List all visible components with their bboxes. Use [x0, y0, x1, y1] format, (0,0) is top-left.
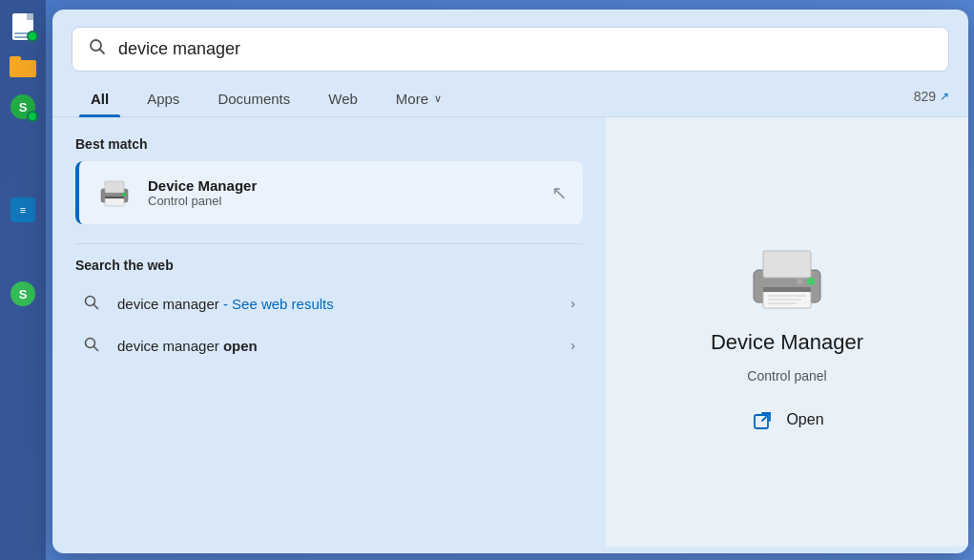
web-search-item-0[interactable]: device manager - See web results › — [75, 282, 583, 324]
cursor-hint: ↖ — [551, 181, 568, 204]
chevron-right-icon-0: › — [570, 296, 575, 311]
divider — [75, 243, 583, 244]
chevron-down-icon: ∨ — [434, 93, 442, 105]
taskbar-icon-folder[interactable] — [6, 50, 40, 84]
taskbar-icon-green2[interactable]: ≡ — [6, 193, 40, 227]
svg-point-16 — [797, 279, 802, 284]
detail-open-button[interactable]: Open — [750, 406, 823, 433]
device-manager-icon — [94, 173, 135, 213]
tab-documents[interactable]: Documents — [198, 85, 309, 116]
detail-subtitle: Control panel — [747, 368, 826, 384]
search-icon — [88, 37, 107, 61]
detail-icon-area — [735, 231, 839, 317]
web-item-text-1: device manager open — [117, 338, 555, 354]
web-search-item-1[interactable]: device manager open › — [75, 324, 583, 366]
taskbar-icon-doc[interactable] — [6, 10, 40, 44]
green1-badge — [27, 111, 38, 122]
best-match-item-subtitle: Control panel — [148, 194, 538, 208]
taskbar-left: S ≡ S — [0, 0, 46, 560]
svg-rect-3 — [105, 181, 124, 193]
svg-rect-14 — [763, 287, 811, 292]
main-content: Best match — [52, 117, 968, 547]
web-search-title: Search the web — [75, 258, 583, 273]
svg-line-1 — [100, 50, 105, 54]
search-bar-area — [52, 10, 968, 72]
tab-web[interactable]: Web — [309, 85, 377, 116]
search-input-wrapper — [72, 27, 949, 72]
tab-apps[interactable]: Apps — [128, 85, 198, 116]
taskbar-icon-green1[interactable]: S — [6, 90, 40, 124]
detail-panel: Device Manager Control panel Open — [606, 117, 968, 547]
best-match-info: Device Manager Control panel — [148, 177, 538, 208]
external-link-icon: ↗ — [940, 90, 949, 103]
web-item-text-0: device manager - See web results — [117, 296, 555, 312]
detail-title: Device Manager — [711, 330, 863, 355]
web-search-icon-0 — [83, 294, 102, 313]
taskbar-icon-app[interactable]: S — [6, 277, 40, 311]
search-input[interactable] — [118, 39, 933, 59]
best-match-item-title: Device Manager — [148, 177, 538, 194]
svg-rect-12 — [763, 251, 811, 278]
doc-badge — [27, 31, 38, 42]
svg-point-15 — [807, 278, 815, 285]
svg-line-8 — [93, 304, 98, 309]
best-match-item[interactable]: Device Manager Control panel ↖ — [75, 161, 583, 224]
svg-point-5 — [122, 193, 126, 197]
tabs-right-count: 829 ↗ — [914, 89, 949, 114]
results-panel: Best match — [52, 117, 606, 547]
open-external-icon — [750, 406, 777, 433]
tab-all[interactable]: All — [72, 85, 128, 116]
web-search-icon-1 — [83, 336, 102, 355]
svg-rect-4 — [105, 198, 124, 206]
best-match-title: Best match — [75, 136, 583, 152]
svg-rect-6 — [105, 197, 124, 198]
tab-more[interactable]: More ∨ — [377, 85, 461, 116]
chevron-right-icon-1: › — [570, 338, 575, 353]
svg-line-10 — [93, 346, 98, 351]
open-label: Open — [786, 411, 823, 428]
tabs-bar: All Apps Documents Web More ∨ 829 ↗ — [52, 72, 968, 117]
search-panel: All Apps Documents Web More ∨ 829 ↗ Best… — [52, 10, 968, 553]
